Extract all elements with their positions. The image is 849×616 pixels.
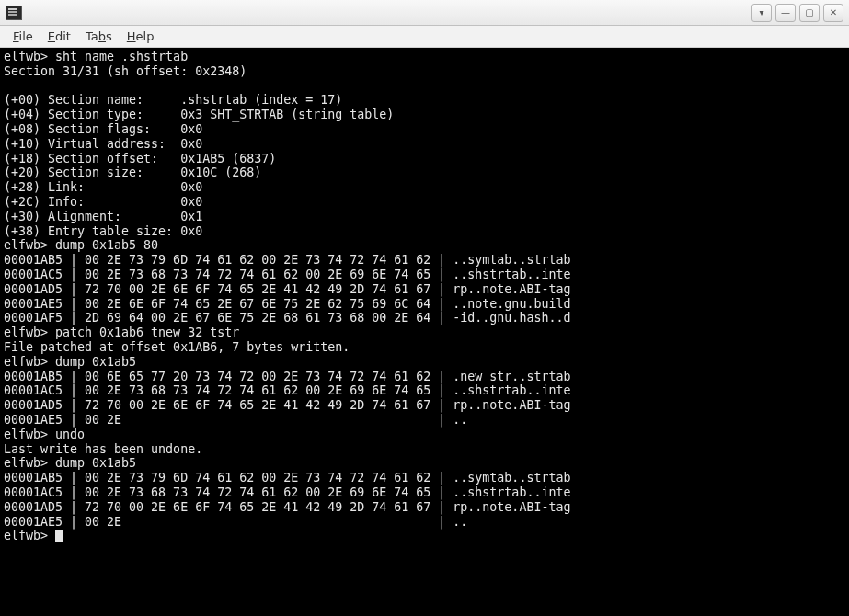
terminal-line: elfwb> dump 0x1ab5 [4,456,136,470]
terminal-line: elfwb> undo [4,428,85,441]
terminal-line: 00001AB5 | 00 6E 65 77 20 73 74 72 00 2E… [4,370,570,383]
menu-help[interactable]: Help [120,28,162,45]
window-maximize-button[interactable]: ▢ [799,4,820,22]
terminal-line: (+38) Entry table size: 0x0 [4,224,202,238]
menu-file[interactable]: File [6,28,40,45]
terminal-line: (+00) Section name: .shstrtab (index = 1… [4,93,342,107]
menu-edit-underline: E [48,29,55,43]
terminal-line: 00001AE5 | 00 2E | .. [4,413,467,427]
menu-edit-rest: dit [55,29,71,43]
terminal-line: Last write has been undone. [4,442,202,456]
terminal-line: 00001AE5 | 00 2E | .. [4,515,467,529]
terminal-line: (+18) Section offset: 0x1AB5 (6837) [4,152,276,165]
window-controls: ▾ — ▢ ✕ [751,4,843,22]
terminal-line: elfwb> dump 0x1ab5 80 [4,238,158,252]
terminal-output[interactable]: elfwb> sht name .shstrtab Section 31/31 … [0,48,849,616]
terminal-line: 00001AC5 | 00 2E 73 68 73 74 72 74 61 62… [4,383,570,397]
terminal-line: (+28) Link: 0x0 [4,180,202,194]
terminal-line: elfwb> patch 0x1ab6 tnew 32 tstr [4,325,239,339]
window-close-button[interactable]: ✕ [823,4,843,22]
window-titlebar[interactable]: ▾ — ▢ ✕ [0,0,849,26]
terminal-cursor [55,530,63,542]
terminal-line: 00001AC5 | 00 2E 73 68 73 74 72 74 61 62… [4,485,570,499]
menu-tabs[interactable]: Tabs [78,28,120,45]
terminal-line: 00001AD5 | 72 70 00 2E 6E 6F 74 65 2E 41… [4,282,570,296]
terminal-line: elfwb> dump 0x1ab5 [4,355,136,369]
menubar: File Edit Tabs Help [0,26,849,48]
terminal-line: File patched at offset 0x1AB6, 7 bytes w… [4,340,350,354]
terminal-line: 00001AF5 | 2D 69 64 00 2E 67 6E 75 2E 68… [4,311,570,325]
terminal-line: (+20) Section size: 0x10C (268) [4,165,261,179]
terminal-line: elfwb> [4,529,55,542]
menu-help-underline: H [127,29,136,43]
terminal-line: 00001AE5 | 00 2E 6E 6F 74 65 2E 67 6E 75… [4,297,570,311]
terminal-line: elfwb> sht name .shstrtab [4,50,188,63]
menu-file-rest: ile [19,29,33,43]
menu-tabs-underline: b [98,29,106,43]
terminal-line: 00001AD5 | 72 70 00 2E 6E 6F 74 65 2E 41… [4,398,570,412]
terminal-line: (+08) Section flags: 0x0 [4,122,202,136]
terminal-line: (+10) Virtual address: 0x0 [4,137,202,151]
menu-help-rest: elp [136,29,155,43]
terminal-line: 00001AC5 | 00 2E 73 68 73 74 72 74 61 62… [4,268,570,281]
menu-tabs-pre: Ta [86,29,98,43]
terminal-icon [6,6,22,20]
terminal-line: (+2C) Info: 0x0 [4,195,202,209]
terminal-line: Section 31/31 (sh offset: 0x2348) [4,64,247,78]
terminal-line: (+30) Alignment: 0x1 [4,210,202,223]
menu-edit[interactable]: Edit [40,28,78,45]
window-dropdown-button[interactable]: ▾ [751,4,772,22]
menu-tabs-rest: s [106,29,112,43]
terminal-line: 00001AD5 | 72 70 00 2E 6E 6F 74 65 2E 41… [4,500,570,514]
window-minimize-button[interactable]: — [775,4,796,22]
terminal-line: 00001AB5 | 00 2E 73 79 6D 74 61 62 00 2E… [4,471,570,485]
terminal-line: (+04) Section type: 0x3 SHT_STRTAB (stri… [4,108,394,121]
terminal-line: 00001AB5 | 00 2E 73 79 6D 74 61 62 00 2E… [4,253,570,267]
